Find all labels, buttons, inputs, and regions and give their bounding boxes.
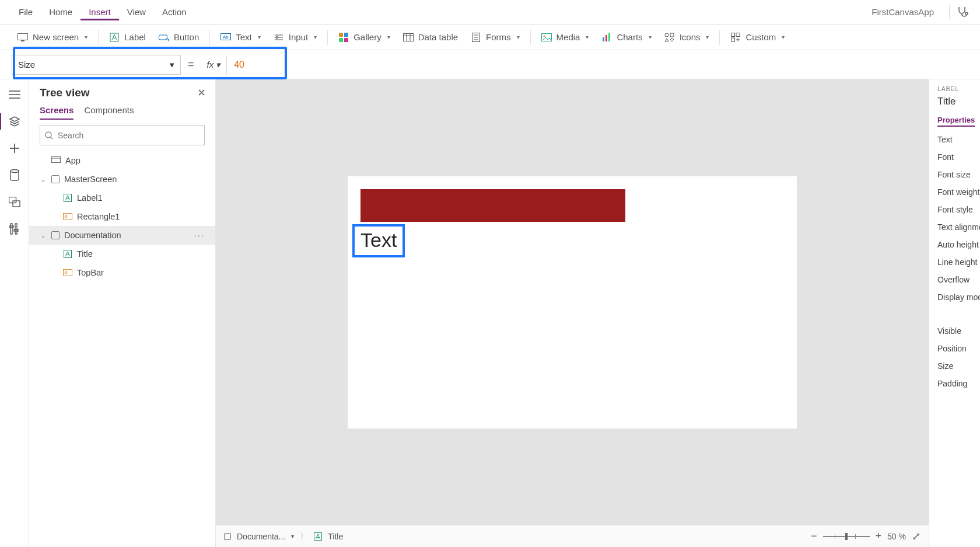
slider-thumb[interactable] — [845, 533, 848, 540]
title-label-text: Text — [360, 229, 397, 251]
svg-point-28 — [665, 33, 668, 37]
prop-auto-height[interactable]: Auto height — [937, 240, 980, 249]
prop-text[interactable]: Text — [937, 135, 980, 144]
expand-icon[interactable]: ⤢ — [912, 530, 921, 543]
svg-point-56 — [65, 271, 67, 274]
zoom-in-button[interactable]: + — [876, 530, 882, 542]
screen-canvas[interactable]: Text — [348, 176, 797, 428]
menu-action[interactable]: Action — [154, 4, 195, 20]
node-topbar-label: TopBar — [77, 268, 104, 277]
prop-overflow[interactable]: Overflow — [937, 275, 980, 284]
crumb-screen[interactable]: Documenta... — [237, 532, 285, 541]
gallery-dropdown[interactable]: Gallery ▾ — [332, 30, 396, 45]
svg-rect-15 — [403, 33, 413, 41]
add-icon[interactable] — [8, 141, 22, 155]
prop-font-weight[interactable]: Font weight — [937, 187, 980, 197]
input-dropdown[interactable]: Input ▾ — [268, 30, 323, 45]
prop-display-mode[interactable]: Display mod — [937, 292, 980, 302]
prop-font-size[interactable]: Font size — [937, 170, 980, 179]
svg-rect-31 — [736, 33, 740, 36]
title-label-selected[interactable]: Text — [352, 224, 405, 257]
node-label1[interactable]: Label1 — [29, 189, 215, 207]
svg-rect-29 — [670, 33, 674, 37]
tools-icon[interactable] — [8, 222, 22, 236]
icons-dropdown[interactable]: Icons ▾ — [659, 30, 715, 45]
prop-size[interactable]: Size — [937, 361, 980, 371]
chevron-down-icon: ▾ — [258, 34, 261, 40]
property-selector[interactable]: Size ▾ — [12, 55, 181, 75]
svg-rect-13 — [339, 38, 343, 42]
prop-visible[interactable]: Visible — [937, 326, 980, 336]
rectangle-control-icon — [63, 268, 72, 277]
formula-input[interactable] — [227, 55, 344, 75]
caret-down-icon[interactable]: ⌄ — [40, 176, 47, 183]
menu-insert[interactable]: Insert — [80, 4, 119, 20]
svg-rect-45 — [9, 226, 13, 228]
node-rectangle1[interactable]: Rectangle1 — [29, 207, 215, 226]
tab-components[interactable]: Components — [84, 105, 134, 120]
menu-view[interactable]: View — [119, 4, 154, 20]
svg-rect-46 — [14, 229, 18, 231]
node-app[interactable]: App — [29, 151, 215, 170]
tree-search-input[interactable] — [40, 126, 205, 145]
node-masterscreen[interactable]: ⌄ MasterScreen — [29, 170, 215, 189]
menubar-divider — [949, 5, 950, 19]
node-more-button[interactable]: ··· — [194, 231, 209, 240]
chevron-down-icon[interactable]: ▾ — [291, 533, 294, 539]
node-title-label: Title — [77, 249, 93, 259]
health-icon[interactable] — [956, 5, 970, 19]
node-app-label: App — [65, 156, 80, 165]
menu-file[interactable]: File — [10, 4, 41, 20]
svg-rect-14 — [344, 38, 348, 42]
svg-rect-11 — [339, 33, 343, 37]
svg-rect-49 — [52, 157, 61, 163]
caret-down-icon[interactable]: ⌄ — [40, 232, 47, 239]
prop-font-style[interactable]: Font style — [937, 205, 980, 214]
close-panel-button[interactable]: ✕ — [197, 86, 206, 99]
gallery-icon — [338, 32, 349, 43]
icons-icon — [664, 32, 675, 43]
fx-button[interactable]: fx ▾ — [201, 55, 228, 75]
search-icon — [45, 131, 53, 140]
media-rail-icon[interactable] — [8, 195, 22, 209]
media-btn-text: Media — [556, 32, 580, 42]
prop-text-alignment[interactable]: Text alignme — [937, 222, 980, 232]
prop-font[interactable]: Font — [937, 152, 980, 162]
crumb-control[interactable]: Title — [328, 532, 343, 541]
props-name-label: Title — [937, 96, 980, 107]
prop-position[interactable]: Position — [937, 344, 980, 353]
zoom-out-button[interactable]: − — [811, 530, 817, 542]
node-documentation[interactable]: ⌄ Documentation ··· — [29, 226, 215, 245]
hamburger-icon[interactable] — [8, 88, 22, 102]
screen-checkbox-icon — [224, 533, 231, 540]
zoom-slider[interactable] — [823, 536, 870, 537]
data-icon[interactable] — [8, 168, 22, 182]
svg-rect-44 — [15, 224, 17, 234]
charts-dropdown[interactable]: Charts ▾ — [596, 30, 657, 45]
svg-text:Ab: Ab — [223, 34, 229, 40]
menu-home[interactable]: Home — [41, 4, 80, 20]
tree-view-icon[interactable] — [8, 114, 22, 128]
new-screen-button[interactable]: New screen ▾ — [12, 30, 93, 45]
custom-dropdown[interactable]: Custom ▾ — [724, 30, 790, 45]
prop-padding[interactable]: Padding — [937, 379, 980, 388]
button-icon — [159, 32, 169, 43]
forms-dropdown[interactable]: Forms ▾ — [465, 30, 526, 45]
equals-sign: = — [188, 58, 194, 71]
node-topbar[interactable]: TopBar — [29, 263, 215, 282]
node-title[interactable]: Title — [29, 245, 215, 263]
canvas-viewport[interactable]: Text — [216, 79, 929, 525]
svg-line-48 — [51, 137, 52, 139]
prop-line-height[interactable]: Line height — [937, 257, 980, 267]
topbar-rectangle[interactable] — [360, 189, 625, 222]
tab-properties[interactable]: Properties — [937, 116, 975, 127]
label-button[interactable]: Label — [103, 30, 152, 45]
chevron-down-icon: ▾ — [314, 34, 317, 40]
data-table-button[interactable]: Data table — [397, 30, 464, 45]
text-dropdown[interactable]: Ab Text ▾ — [215, 30, 267, 45]
button-button[interactable]: Button — [153, 30, 205, 45]
tab-screens[interactable]: Screens — [40, 105, 74, 120]
tree-search-field[interactable] — [58, 131, 200, 140]
media-dropdown[interactable]: Media ▾ — [536, 30, 595, 45]
data-table-btn-text: Data table — [418, 32, 458, 42]
